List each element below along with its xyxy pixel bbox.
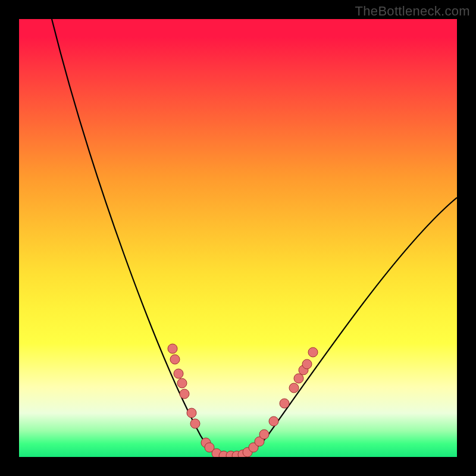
data-dots: [168, 344, 318, 457]
bottleneck-curve: [19, 19, 457, 457]
data-dot: [170, 355, 180, 364]
watermark-text: TheBottleneck.com: [355, 4, 470, 19]
data-dot: [187, 408, 196, 418]
data-dot: [174, 369, 183, 378]
data-dot: [259, 430, 269, 439]
plot-area: [19, 19, 457, 457]
data-dot: [168, 344, 177, 353]
data-dot: [302, 359, 312, 369]
chart-stage: TheBottleneck.com: [0, 0, 476, 476]
data-dot: [180, 389, 189, 399]
data-dot: [177, 378, 187, 388]
data-dot: [308, 347, 318, 357]
curve-path: [52, 19, 457, 456]
data-dot: [294, 374, 303, 383]
data-dot: [280, 399, 289, 408]
data-dot: [289, 383, 299, 393]
data-dot: [269, 416, 278, 426]
data-dot: [190, 419, 200, 428]
